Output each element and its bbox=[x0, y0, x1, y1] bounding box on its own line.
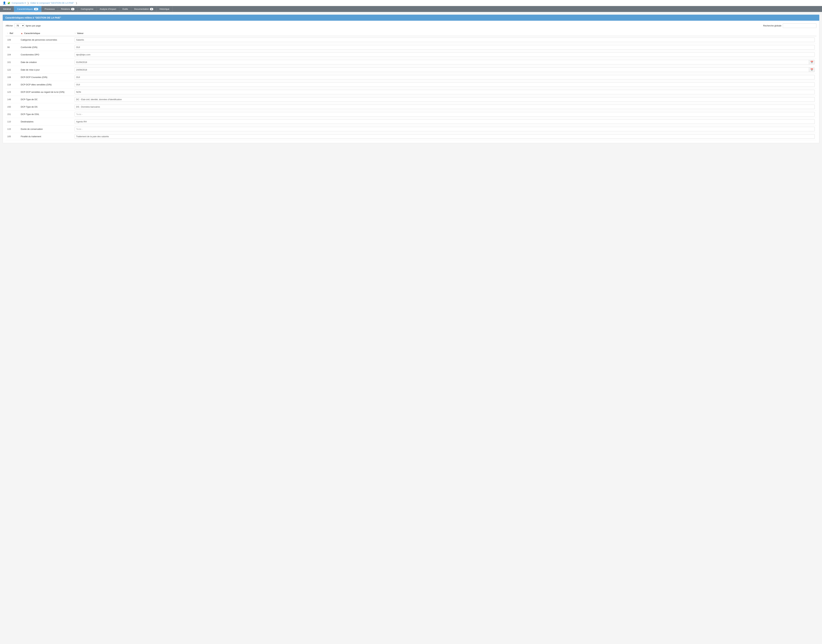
table-row: 110Destinataires bbox=[6, 118, 816, 126]
user-icon[interactable]: 👤 bbox=[3, 2, 6, 5]
cell-caracteristique: Coordonnées DPO bbox=[19, 51, 73, 58]
valeur-input[interactable] bbox=[75, 90, 815, 94]
per-page-select[interactable]: 25 50 75 100 bbox=[14, 23, 25, 28]
valeur-input[interactable] bbox=[75, 52, 815, 57]
table-header: ↑ Ref ▲ Caractéristique ↑ Valeur bbox=[6, 31, 816, 36]
th-ref-sort-icon: ↑ bbox=[7, 32, 8, 35]
cell-caracteristique: Destinataires bbox=[19, 118, 73, 126]
cell-ref: 109 bbox=[6, 36, 19, 44]
cell-valeur: 📅 bbox=[73, 66, 816, 74]
tab-outils[interactable]: Outils bbox=[120, 6, 131, 12]
table-row: 122Date de mise à jour📅 bbox=[6, 66, 816, 74]
section-header: Caractéristiques reliées à "GESTION DE L… bbox=[3, 15, 819, 21]
th-valeur-label: Valeur bbox=[77, 32, 84, 35]
tab-cartographie-label: Cartographie bbox=[81, 8, 93, 10]
valeur-input[interactable] bbox=[75, 45, 815, 49]
puzzle-icon: 🧩 bbox=[8, 2, 10, 5]
tab-processus[interactable]: Processus bbox=[41, 6, 58, 12]
th-ref[interactable]: ↑ Ref bbox=[6, 31, 19, 36]
date-input[interactable] bbox=[75, 60, 809, 64]
table-row: 123DCP-DCP sensbiles au regard de la loi… bbox=[6, 88, 816, 96]
cell-valeur bbox=[73, 44, 816, 51]
valeur-input[interactable] bbox=[75, 120, 815, 124]
valeur-input[interactable] bbox=[75, 75, 815, 80]
composants-label: Composants bbox=[12, 2, 24, 4]
controls-row: Afficher 25 50 75 100 lignes par page Re… bbox=[6, 23, 816, 28]
tab-analyse-impact-label: Analyse d'impact bbox=[100, 8, 116, 10]
table-row: 151DCP-Type de DSIL bbox=[6, 110, 816, 118]
th-carac-label: Caractéristique bbox=[24, 32, 40, 35]
cell-caracteristique: DCP-Type de DS bbox=[19, 103, 73, 110]
cell-ref: 122 bbox=[6, 66, 19, 74]
tab-relations[interactable]: Relations 1 bbox=[58, 6, 78, 12]
cell-ref: 104 bbox=[6, 51, 19, 58]
cell-valeur bbox=[73, 126, 816, 133]
cell-caracteristique: DCP-Type de DC bbox=[19, 96, 73, 103]
cell-caracteristique: DCP-DCP Courantes (O/N) bbox=[19, 74, 73, 81]
valeur-input[interactable] bbox=[75, 38, 815, 42]
tab-outils-label: Outils bbox=[123, 8, 128, 10]
search-input[interactable] bbox=[783, 23, 816, 28]
tab-general[interactable]: Général bbox=[0, 6, 14, 12]
tab-documentation-badge: 6 bbox=[150, 8, 153, 10]
composants-dropdown-icon[interactable]: ▾ bbox=[25, 2, 26, 4]
th-valeur-sort-icon: ↑ bbox=[75, 32, 76, 35]
cell-ref: 150 bbox=[6, 103, 19, 110]
th-caracteristique[interactable]: ▲ Caractéristique bbox=[19, 31, 73, 36]
date-wrapper: 📅 bbox=[75, 60, 815, 64]
cell-caracteristique: Date de mise à jour bbox=[19, 66, 73, 74]
tab-caracteristiques-label: Caractéristiques bbox=[17, 8, 33, 10]
valeur-input[interactable] bbox=[75, 104, 815, 109]
cell-caracteristique: Catégories de personnes concernées bbox=[19, 36, 73, 44]
cell-ref: 151 bbox=[6, 110, 19, 118]
tab-historique[interactable]: Historique bbox=[156, 6, 173, 12]
cell-valeur bbox=[73, 81, 816, 88]
afficher-label: Afficher bbox=[6, 25, 13, 27]
cell-ref: 123 bbox=[6, 88, 19, 96]
th-valeur[interactable]: ↑ Valeur bbox=[73, 31, 816, 36]
valeur-input[interactable] bbox=[75, 127, 815, 131]
table-row: 105Finalité du traitement bbox=[6, 133, 816, 140]
cell-valeur bbox=[73, 133, 816, 140]
cell-valeur bbox=[73, 110, 816, 118]
cell-ref: 149 bbox=[6, 96, 19, 103]
tab-caracteristiques[interactable]: Caractéristiques 23 bbox=[14, 6, 41, 12]
valeur-input[interactable] bbox=[75, 82, 815, 87]
tab-cartographie[interactable]: Cartographie bbox=[78, 6, 97, 12]
controls-right: Recherche globale bbox=[763, 23, 816, 28]
valeur-input[interactable] bbox=[75, 97, 815, 102]
cell-caracteristique: Finalité du traitement bbox=[19, 133, 73, 140]
tab-documentation[interactable]: Documentation 6 bbox=[131, 6, 156, 12]
cell-caracteristique: DCP-DCP sensbiles au regard de la loi (O… bbox=[19, 88, 73, 96]
cell-valeur bbox=[73, 96, 816, 103]
section-header-text: Caractéristiques reliées à "GESTION DE L… bbox=[5, 16, 61, 19]
cell-ref: 108 bbox=[6, 74, 19, 81]
table-row: 101Date de création📅 bbox=[6, 58, 816, 66]
cell-valeur bbox=[73, 51, 816, 58]
calendar-icon[interactable]: 📅 bbox=[809, 60, 814, 64]
table-row: 149DCP-Type de DC bbox=[6, 96, 816, 103]
breadcrumb-chevron-1: ❯ bbox=[27, 2, 29, 5]
cell-caracteristique: Durée de conservation bbox=[19, 126, 73, 133]
tab-analyse-impact[interactable]: Analyse d'impact bbox=[97, 6, 120, 12]
cell-ref: 118 bbox=[6, 81, 19, 88]
tab-caracteristiques-badge: 23 bbox=[34, 8, 38, 10]
valeur-input[interactable] bbox=[75, 112, 815, 117]
cell-caracteristique: Conformité (O/N) bbox=[19, 44, 73, 51]
breadcrumb-chevron-2: ❯ bbox=[75, 2, 77, 5]
top-nav: 👤 🧩 Composants ▾ ❯ Editer le composant "… bbox=[0, 0, 822, 6]
cell-caracteristique: DCP-Type de DSIL bbox=[19, 110, 73, 118]
calendar-icon[interactable]: 📅 bbox=[809, 67, 814, 72]
composants-link[interactable]: Composants ▾ bbox=[12, 2, 26, 4]
th-ref-label: Ref bbox=[9, 32, 13, 35]
controls-left: Afficher 25 50 75 100 lignes par page bbox=[6, 23, 41, 28]
date-wrapper: 📅 bbox=[75, 67, 815, 72]
tab-general-label: Général bbox=[3, 8, 11, 10]
valeur-input[interactable] bbox=[75, 134, 815, 139]
th-carac-sort-icon: ▲ bbox=[21, 32, 23, 35]
date-input[interactable] bbox=[75, 68, 809, 72]
cell-valeur: 📅 bbox=[73, 58, 816, 66]
cell-caracteristique: DCP-DCP dites sensibles (O/N) bbox=[19, 81, 73, 88]
content-box: Afficher 25 50 75 100 lignes par page Re… bbox=[3, 21, 819, 143]
table-row: 115Durée de conservation bbox=[6, 126, 816, 133]
